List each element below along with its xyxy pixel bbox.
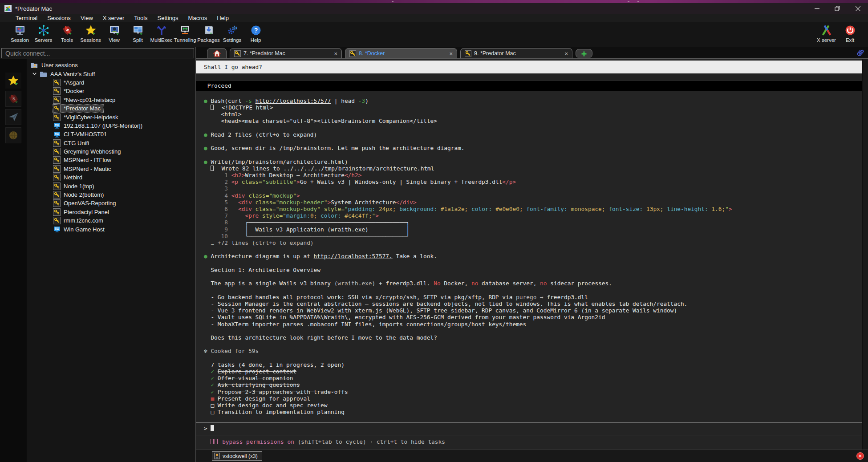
toolbar-session-button[interactable]: Session [8,23,32,43]
menu-tools[interactable]: Tools [129,15,152,21]
knife-icon [61,24,73,36]
toolbar-multiexec-button[interactable]: MultiExec [150,23,173,43]
tab-home[interactable] [207,48,227,58]
toolbar-label: Settings [223,37,242,43]
tree-item-node-2-bottom[interactable]: Node 2(bottom) [27,190,195,199]
tree-item-vigilcyber-helpdesk[interactable]: *VigilCyber-Helpdesk [27,113,195,121]
tree-item-node-1-top[interactable]: Node 1(top) [27,182,195,190]
toolbar-packages-button[interactable]: Packages [197,23,220,43]
user-sessions-button[interactable]: vstockwell (x3) [212,451,262,461]
ssh-key-icon [234,50,241,57]
tree-item-label: *New-cp01-heistacp [64,97,115,103]
tab-8-docker[interactable]: 8. *Docker× [345,48,457,58]
terminal-line: 7 <pre style="margin:0; color: #c4c4ff;"… [196,212,868,219]
tree-item-netbird[interactable]: Netbird [27,173,195,182]
menu-macros[interactable]: Macros [183,15,212,21]
attach-paperclip-icon[interactable] [856,48,865,60]
panel-tab-macros[interactable] [5,109,21,125]
ssh-key-icon [53,139,61,147]
terminal-line [196,151,868,158]
tab-close-icon[interactable]: × [446,50,453,57]
tree-item-rmm-t2cnc-com[interactable]: rmm.t2cnc.com [27,216,195,225]
tree-item-label: CTG Unifi [64,140,89,146]
proceed-option-band[interactable]: Proceed [196,81,862,90]
toolbar-split-button[interactable]: Split [126,23,150,43]
minimize-button[interactable] [807,3,827,14]
terminal-line: - Go backend handles all protocol work: … [196,294,868,300]
ssh-key-icon [53,217,61,224]
close-button[interactable] [848,3,868,14]
terminal[interactable]: Shall I go ahead? Proceed ● Bash(curl -s… [196,59,868,450]
session-tree: User sessionsAAA Vantz's Stuff*Asgard*Do… [27,59,195,462]
tree-item-new-cp01-heistacp[interactable]: *New-cp01-heistacp [27,96,195,104]
terminal-line: ● Good, screen dir is /tmp/brainstorm. L… [196,145,868,151]
menu-x-server[interactable]: X server [98,15,129,21]
tree-item-docker[interactable]: *Docker [27,87,195,95]
toolbar-sessions-button[interactable]: Sessions [79,23,102,43]
ssh-key-icon [53,199,61,207]
toolbar-help-button[interactable]: ?Help [244,23,268,43]
tree-item-greyming-webhosting[interactable]: Greyming Webhosting [27,147,195,156]
tree-item-pterodactyl-panel[interactable]: Pterodactyl Panel [27,208,195,216]
panel-tab-sftp[interactable] [5,127,21,143]
tree-item-label: User sessions [41,62,78,69]
terminal-line: ● Write(/tmp/brainstorm/architecture.htm… [196,158,868,165]
terminal-line: ✻ Cooked for 59s [196,348,868,354]
panel-tab-tools[interactable] [5,91,21,107]
tree-item-openvas-reporting[interactable]: OpenVAS-Reporting [27,199,195,207]
quick-connect-input[interactable] [1,48,194,58]
session-icon [14,24,26,36]
home-icon [213,50,221,57]
tab-label: 7. *Predator Mac [243,50,285,57]
chevron-down-icon[interactable] [32,71,38,77]
panel-tab-sessions[interactable] [5,73,21,89]
terminal-line: 4 <div class="mockup"> [196,192,868,199]
toolbar-tools-button[interactable]: Tools [55,23,79,43]
tree-item-asgard[interactable]: *Asgard [27,78,195,87]
toolbar-view-button[interactable]: View [102,23,126,43]
toolbar-settings-button[interactable]: Settings [220,23,244,43]
terminal-line: <head><meta charset="utf-8"><title>Brain… [196,118,868,124]
tree-item-192-168-1-107-ups-monitor[interactable]: 192.168.1.107 ([UPS-Monitor]) [27,122,195,130]
taskbar-dot [637,1,639,2]
tree-item-clt-vmhost01[interactable]: CLT-VMHOST01 [27,130,195,138]
tab-close-icon[interactable]: × [330,50,337,57]
taskbar-dot [392,1,393,2]
tree-item-mspnerd-mautic[interactable]: MSPNerd - Mautic [27,165,195,173]
tree-item-label: MSPNerd - Mautic [64,166,111,172]
terminal-scrollbar[interactable] [862,59,868,450]
person-icon [214,453,220,459]
toolbar-x-server-button[interactable]: X server [815,23,838,43]
tab-close-icon[interactable]: × [561,50,568,57]
tree-item-mspnerd-itflow[interactable]: MSPNerd - ITFlow [27,156,195,164]
tree-item-label: *Predator Mac [64,105,101,112]
ssh-key-icon [53,96,61,104]
menu-terminal[interactable]: Terminal [11,15,42,21]
sidebar: User sessionsAAA Vantz's Stuff*Asgard*Do… [0,47,196,462]
toolbar-tunneling-button[interactable]: Tunneling [173,23,197,43]
toolbar: SessionServersToolsSessionsViewSplitMult… [0,22,868,47]
menu-settings[interactable]: Settings [153,15,183,21]
prompt-input[interactable]: > [196,422,862,435]
tab-7-predator-mac[interactable]: 7. *Predator Mac× [230,48,342,58]
tree-item-predator-mac[interactable]: *Predator Mac [27,104,195,113]
toolbar-label: Tools [61,37,73,43]
menu-view[interactable]: View [76,15,98,21]
toolbar-label: Help [251,37,261,43]
menu-help[interactable]: Help [212,15,234,21]
close-terminal-icon[interactable]: ✕ [856,452,864,460]
toolbar-servers-button[interactable]: Servers [32,23,55,43]
tree-item-user-sessions[interactable]: User sessions [27,61,195,69]
maximize-button[interactable] [827,3,848,14]
new-tab-button[interactable] [576,49,592,58]
menu-sessions[interactable]: Sessions [42,15,76,21]
tree-item-aaa-vantz-s-stuff[interactable]: AAA Vantz's Stuff [27,69,195,78]
tab-9-predator-mac[interactable]: 9. *Predator Mac× [460,48,572,58]
toolbar-exit-button[interactable]: Exit [838,23,862,43]
prompt-symbol: > [204,425,207,432]
terminal-line: <!DOCTYPE html> [196,104,868,111]
tree-item-ctg-unifi[interactable]: CTG Unifi [27,139,195,147]
tree-item-win-game-host[interactable]: Win Game Host [27,225,195,233]
packages-icon [203,24,215,36]
assistant-question-band[interactable]: Shall I go ahead? [196,61,862,73]
